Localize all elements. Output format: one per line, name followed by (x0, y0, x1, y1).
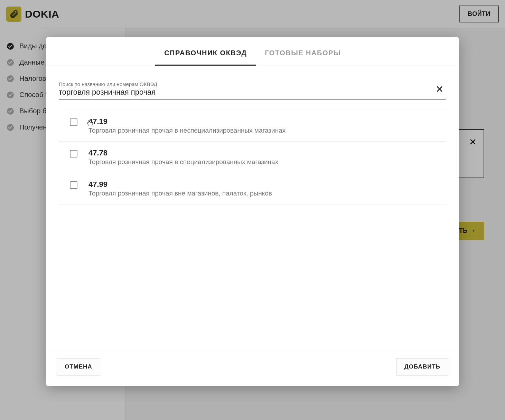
add-button[interactable]: ДОБАВИТЬ (396, 358, 448, 375)
okved-picker-modal: СПРАВОЧНИК ОКВЭД ГОТОВЫЕ НАБОРЫ Поиск по… (46, 37, 459, 386)
tab-ready-sets[interactable]: ГОТОВЫЕ НАБОРЫ (256, 46, 350, 66)
search-field: Поиск по названию или номерам ОКВЭД ✕ (59, 80, 446, 99)
results-list: 47.19 Торговля розничная прочая в неспец… (59, 110, 446, 344)
modal-footer: ОТМЕНА ДОБАВИТЬ (46, 351, 459, 386)
search-label: Поиск по названию или номерам ОКВЭД (59, 81, 432, 87)
result-desc: Торговля розничная прочая вне магазинов,… (88, 190, 435, 197)
modal-tabs: СПРАВОЧНИК ОКВЭД ГОТОВЫЕ НАБОРЫ (46, 37, 459, 66)
checkbox[interactable] (70, 118, 77, 126)
result-row[interactable]: 47.19 Торговля розничная прочая в неспец… (59, 110, 446, 142)
tab-okved-directory[interactable]: СПРАВОЧНИК ОКВЭД (155, 46, 256, 66)
cancel-button[interactable]: ОТМЕНА (57, 358, 100, 375)
result-row[interactable]: 47.99 Торговля розничная прочая вне мага… (59, 173, 446, 204)
result-row[interactable]: 47.78 Торговля розничная прочая в специа… (59, 142, 446, 173)
checkbox[interactable] (70, 150, 77, 158)
result-desc: Торговля розничная прочая в неспециализи… (88, 127, 435, 134)
result-code: 47.99 (88, 180, 435, 189)
search-input[interactable] (59, 88, 432, 97)
result-desc: Торговля розничная прочая в специализиро… (88, 158, 435, 166)
clear-icon[interactable]: ✕ (436, 85, 443, 94)
result-code: 47.19 (88, 117, 435, 126)
checkbox[interactable] (70, 181, 77, 189)
result-code: 47.78 (88, 149, 435, 158)
